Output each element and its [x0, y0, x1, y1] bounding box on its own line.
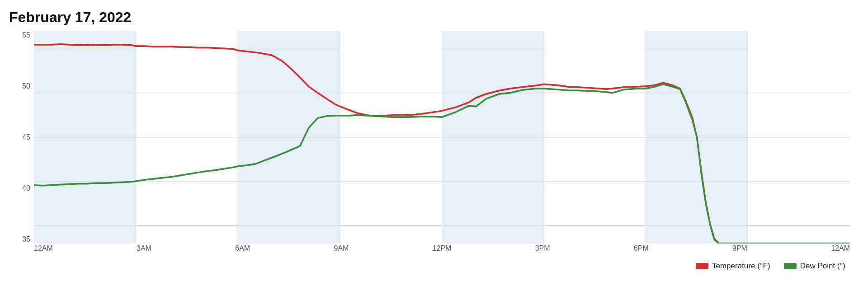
- y-label-35: 35: [22, 235, 30, 243]
- page-title: February 17, 2022: [9, 9, 854, 26]
- x-label-9am: 9AM: [334, 244, 349, 253]
- legend-temperature: Temperature (°F): [696, 262, 770, 271]
- y-label-55: 55: [22, 31, 30, 39]
- dew-point-swatch: [784, 263, 797, 269]
- temperature-swatch: [696, 263, 708, 269]
- legend-dew-point: Dew Point (°): [784, 262, 845, 271]
- x-label-9pm: 9PM: [732, 244, 747, 253]
- x-label-12pm: 12PM: [433, 244, 452, 253]
- x-label-12am-start: 12AM: [34, 244, 53, 253]
- y-axis: 55 50 45 40 35: [9, 31, 34, 243]
- y-label-45: 45: [22, 133, 30, 141]
- x-label-3pm: 3PM: [535, 244, 550, 253]
- dew-point-label: Dew Point (°): [800, 262, 845, 271]
- y-label-50: 50: [22, 82, 30, 90]
- legend: Temperature (°F) Dew Point (°): [696, 262, 845, 271]
- x-label-6pm: 6PM: [634, 244, 649, 253]
- x-label-12am-end: 12AM: [831, 244, 850, 253]
- x-label-3am: 3AM: [137, 244, 151, 253]
- chart-svg: [34, 31, 850, 243]
- y-label-40: 40: [22, 184, 30, 192]
- x-axis: 12AM 3AM 6AM 9AM 12PM 3PM 6PM 9PM 12AM: [34, 244, 850, 253]
- temperature-label: Temperature (°F): [712, 262, 770, 271]
- x-label-6am: 6AM: [235, 244, 250, 253]
- chart-svg-area: [34, 31, 850, 243]
- chart-container: 55 50 45 40 35: [9, 31, 854, 271]
